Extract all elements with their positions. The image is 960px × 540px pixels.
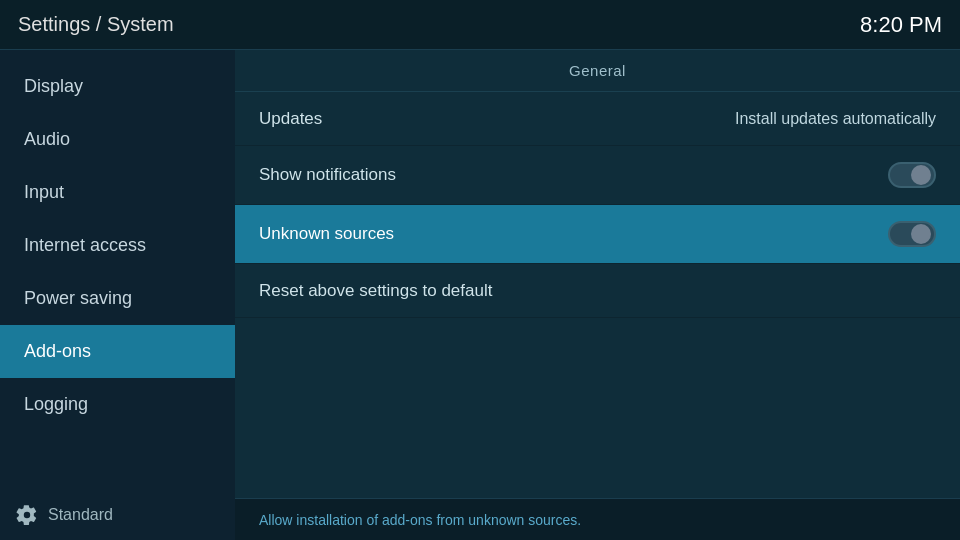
header: Settings / System 8:20 PM: [0, 0, 960, 50]
show-notifications-toggle[interactable]: [888, 162, 936, 188]
sidebar-item-input[interactable]: Input: [0, 166, 235, 219]
content-inner: General Updates Install updates automati…: [235, 50, 960, 498]
setting-row-unknown-sources[interactable]: Unknown sources: [235, 205, 960, 264]
sidebar-item-logging[interactable]: Logging: [0, 378, 235, 431]
standard-label: Standard: [48, 506, 113, 524]
sidebar-item-add-ons[interactable]: Add-ons: [0, 325, 235, 378]
show-notifications-label: Show notifications: [259, 165, 396, 185]
page-title: Settings / System: [18, 13, 174, 36]
setting-row-show-notifications[interactable]: Show notifications: [235, 146, 960, 205]
sidebar-item-audio[interactable]: Audio: [0, 113, 235, 166]
sidebar-footer: Standard: [0, 490, 235, 540]
sidebar-item-display[interactable]: Display: [0, 60, 235, 113]
setting-row-updates[interactable]: Updates Install updates automatically: [235, 92, 960, 146]
reset-label: Reset above settings to default: [259, 281, 492, 301]
content-area: General Updates Install updates automati…: [235, 50, 960, 540]
sidebar: Display Audio Input Internet access Powe…: [0, 50, 235, 540]
gear-icon: [16, 504, 38, 526]
setting-row-reset[interactable]: Reset above settings to default: [235, 264, 960, 318]
footer-description: Allow installation of add-ons from unkno…: [259, 512, 581, 528]
toggle-knob-2: [911, 224, 931, 244]
sidebar-item-internet-access[interactable]: Internet access: [0, 219, 235, 272]
unknown-sources-label: Unknown sources: [259, 224, 394, 244]
section-header: General: [235, 50, 960, 92]
updates-value: Install updates automatically: [735, 110, 936, 128]
main-layout: Display Audio Input Internet access Powe…: [0, 50, 960, 540]
clock: 8:20 PM: [860, 12, 942, 38]
unknown-sources-toggle[interactable]: [888, 221, 936, 247]
footer-bar: Allow installation of add-ons from unkno…: [235, 498, 960, 540]
updates-label: Updates: [259, 109, 322, 129]
sidebar-item-power-saving[interactable]: Power saving: [0, 272, 235, 325]
toggle-knob: [911, 165, 931, 185]
